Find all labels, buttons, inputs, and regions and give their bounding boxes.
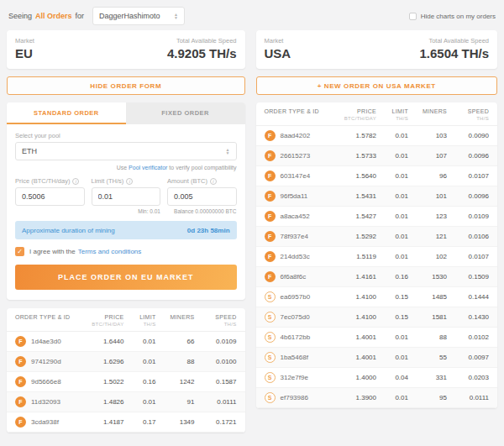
order-miners: 102 (408, 253, 447, 260)
order-table-row: F9d5666e81.50220.1612420.1587 (7, 372, 245, 392)
order-id: 7ec075d0 (281, 313, 310, 321)
fixed-order-icon: F (15, 336, 26, 347)
order-type-tabs: STANDARD ORDER FIXED ORDER (7, 102, 245, 124)
order-miners: 88 (156, 358, 195, 365)
order-miners: 107 (408, 152, 447, 160)
col-price: PRICEBTC/TH/DAY (82, 314, 124, 327)
order-id: 9d5666e8 (31, 378, 61, 386)
hide-charts-checkbox[interactable] (409, 13, 417, 20)
all-orders-link[interactable]: All Orders (35, 12, 72, 20)
balance-note: Balance 0.00000000 BTC (167, 208, 237, 214)
order-speed: 0.0107 (447, 253, 489, 260)
amount-info-icon[interactable]: i (210, 178, 217, 185)
select-arrows-icon: ▲▼ (174, 13, 178, 19)
order-speed: 0.0097 (447, 354, 489, 361)
order-limit: 0.16 (124, 378, 156, 386)
order-price: 1.4001 (334, 333, 376, 341)
order-id: 312e7f9e (281, 374, 308, 381)
order-speed: 0.0090 (447, 132, 489, 139)
order-table-row: F214dd53c1.51190.011020.0107 (256, 247, 497, 267)
new-order-usa-button[interactable]: + NEW ORDER ON USA MARKET (256, 76, 497, 95)
order-limit: 0.01 (376, 192, 408, 200)
order-table-row: F78f937e41.52920.011210.0106 (256, 227, 497, 247)
order-speed: 0.1430 (447, 313, 489, 321)
standard-order-icon: S (265, 332, 276, 343)
order-miners: 121 (408, 233, 447, 240)
order-limit: 0.01 (376, 172, 408, 180)
price-input[interactable] (15, 187, 85, 206)
duration-value: 0d 23h 58min (187, 227, 230, 234)
col-miners: MINERS (156, 314, 195, 327)
order-id: 96f5da11 (281, 192, 308, 200)
order-limit: 0.01 (376, 132, 408, 139)
terms-agreement: ✓ I agree with the Terms and conditions (15, 247, 237, 256)
hide-order-form-button[interactable]: HIDE ORDER FORM (7, 76, 245, 95)
order-table-row: F9741290d1.62960.01880.0100 (7, 352, 245, 372)
order-id: 603147e4 (281, 172, 311, 180)
order-price: 1.3900 (334, 394, 376, 401)
amount-input[interactable] (167, 187, 237, 206)
tab-standard-order[interactable]: STANDARD ORDER (7, 102, 126, 124)
order-speed: 0.1587 (195, 378, 237, 386)
order-limit: 0.01 (124, 338, 156, 345)
col-order-type-id: ORDER TYPE & ID (15, 314, 82, 327)
order-price: 1.4161 (334, 273, 376, 281)
order-price: 1.5640 (334, 172, 376, 180)
tab-fixed-order[interactable]: FIXED ORDER (126, 102, 245, 124)
order-miners: 95 (408, 394, 447, 401)
order-speed: 0.0111 (195, 398, 237, 406)
order-table-row: F1d4ae3d01.64400.01660.0109 (7, 332, 245, 352)
pool-verificator-link[interactable]: Pool verificator (129, 165, 167, 171)
order-miners: 103 (408, 132, 447, 139)
agree-text: I agree with the (29, 248, 76, 255)
order-limit: 0.01 (376, 333, 408, 341)
col-speed: SPEEDTH/S (195, 314, 237, 327)
order-table-row: F11d320931.48260.01910.0111 (7, 392, 245, 412)
order-price: 1.5119 (334, 253, 376, 260)
hide-charts-option[interactable]: Hide charts on my orders (409, 13, 496, 20)
order-price: 1.5733 (334, 152, 376, 160)
eu-table-header: ORDER TYPE & ID PRICEBTC/TH/DAY LIMITTH/… (7, 308, 245, 332)
eu-market-column: Market EU Total Available Speed 4.9205 T… (7, 30, 245, 433)
order-id: 11d32093 (31, 398, 60, 406)
fixed-order-icon: F (265, 130, 276, 141)
fixed-order-icon: F (265, 231, 276, 242)
fixed-order-icon: F (15, 417, 26, 428)
pool-select[interactable]: ETH ▲▼ (15, 142, 237, 160)
order-price: 1.5427 (334, 213, 376, 220)
usa-speed-value: 1.6504 TH/s (419, 46, 489, 60)
col-order-type-id: ORDER TYPE & ID (265, 108, 334, 121)
algorithm-select-value: DaggerHashimoto (99, 12, 160, 20)
pool-verificator-note: Use Pool verificator to verify pool comp… (15, 165, 237, 171)
order-id: 214dd53c (281, 253, 310, 260)
order-speed: 0.0111 (447, 394, 489, 401)
seeing-suffix: for (76, 12, 85, 20)
order-id: ea6957b0 (281, 293, 311, 301)
col-miners: MINERS (408, 108, 447, 121)
order-price: 1.6296 (82, 358, 124, 365)
place-order-button[interactable]: PLACE ORDER ON EU MARKET (15, 265, 237, 290)
order-table-row: Sef7939861.39000.01950.0111 (256, 388, 497, 408)
order-limit: 0.01 (124, 398, 156, 406)
order-id: 78f937e4 (281, 233, 308, 240)
order-price: 1.4187 (82, 418, 124, 426)
algorithm-select[interactable]: DaggerHashimoto ▲▼ (92, 7, 185, 25)
price-info-icon[interactable]: i (72, 178, 79, 185)
order-table-row: F8aad42021.57820.011030.0090 (256, 126, 497, 146)
order-price: 1.5431 (334, 192, 376, 200)
terms-checkbox[interactable]: ✓ (15, 247, 24, 256)
order-miners: 1485 (408, 293, 447, 301)
limit-info-icon[interactable]: i (126, 178, 133, 185)
pool-label: Select your pool (15, 132, 237, 139)
limit-input[interactable] (92, 187, 161, 206)
eu-speed-value: 4.9205 TH/s (167, 46, 237, 60)
terms-link[interactable]: Terms and conditions (78, 248, 142, 255)
select-arrows-icon: ▲▼ (226, 148, 230, 155)
standard-order-icon: S (265, 392, 276, 403)
order-speed: 0.0100 (195, 358, 237, 365)
order-table-row: F603147e41.56400.01960.0107 (256, 166, 497, 186)
order-id: 3cda938f (31, 418, 59, 426)
duration-label: Approximate duration of mining (22, 227, 115, 234)
col-price: PRICEBTC/TH/DAY (334, 108, 376, 121)
limit-label: Limit (TH/s)i (92, 177, 161, 185)
